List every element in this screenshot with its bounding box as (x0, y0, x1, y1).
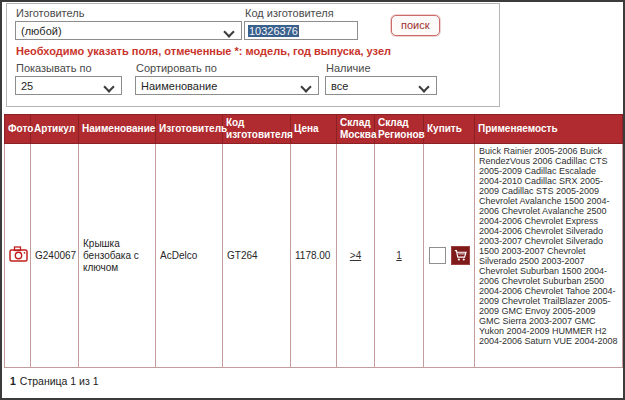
sort-by-label: Сортировать по (136, 62, 319, 74)
applications-cell: Buick Rainier 2005-2006 Buick RendezVous… (475, 144, 623, 368)
sort-by-field-group: Сортировать по Наименование (135, 62, 319, 95)
applications-text: Buick Rainier 2005-2006 Buick RendezVous… (479, 146, 618, 346)
search-filter-panel: Изготовитель (любой) Код изготовителя 10… (6, 3, 500, 107)
per-page-select-value: 25 (21, 80, 33, 92)
camera-icon (9, 246, 28, 262)
manufacturer-label: Изготовитель (16, 7, 242, 19)
manufacturer-code-input[interactable]: 10326376 (244, 21, 358, 40)
photo-thumbnail-link[interactable] (9, 246, 28, 262)
availability-field-group: Наличие все (325, 62, 437, 95)
col-header-stock-regions: Склад Регионов (375, 115, 424, 144)
col-header-name: Наименование (79, 115, 156, 144)
manufacturer-select[interactable]: (любой) (15, 21, 242, 40)
availability-label: Наличие (326, 62, 437, 74)
col-header-photo: Фото (5, 115, 31, 144)
manufacturer-select-value: (любой) (21, 25, 62, 37)
pagination-label: Страница 1 из 1 (20, 375, 99, 387)
pagination: 1Страница 1 из 1 (10, 375, 99, 387)
photo-cell (5, 144, 31, 368)
col-header-stock-moscow: Склад Москва (337, 115, 375, 144)
availability-select[interactable]: все (325, 76, 437, 95)
stock-regions-link[interactable]: 1 (396, 250, 402, 261)
article-cell: G240067 (31, 144, 79, 368)
chevron-down-icon (223, 26, 234, 37)
buy-checkbox[interactable] (429, 247, 446, 264)
per-page-label: Показывать по (16, 62, 122, 74)
col-header-price: Цена (291, 115, 337, 144)
results-table: Фото Артикул Наименование Изготовитель К… (4, 114, 623, 368)
per-page-select[interactable]: 25 (15, 76, 122, 95)
buy-cell (424, 144, 475, 368)
stock-regions-cell: 1 (375, 144, 424, 368)
page-number-link[interactable]: 1 (10, 375, 16, 387)
chevron-down-icon (418, 81, 429, 92)
manufacturer-code-cell: GT264 (223, 144, 291, 368)
sort-by-select-value: Наименование (141, 80, 217, 92)
manufacturer-code-label: Код изготовителя (245, 7, 358, 19)
add-to-cart-button[interactable] (451, 246, 470, 265)
manufacturer-code-field-group: Код изготовителя 10326376 (244, 7, 358, 40)
table-header-row: Фото Артикул Наименование Изготовитель К… (5, 115, 623, 144)
col-header-manufacturer-code: Код изготовителя (223, 115, 291, 144)
col-header-applications: Применяемость (475, 115, 623, 144)
price-cell: 1178.00 (291, 144, 337, 368)
name-cell: Крышка бензобака с ключом (79, 144, 156, 368)
stock-moscow-link[interactable]: >4 (350, 250, 361, 261)
required-fields-warning: Необходимо указать поля, отмеченные *: м… (16, 45, 391, 57)
availability-select-value: все (331, 80, 348, 92)
col-header-article: Артикул (31, 115, 79, 144)
stock-moscow-cell: >4 (337, 144, 375, 368)
manufacturer-cell: AcDelco (156, 144, 223, 368)
chevron-down-icon (300, 81, 311, 92)
cart-icon (454, 249, 467, 262)
manufacturer-field-group: Изготовитель (любой) (15, 7, 242, 40)
per-page-field-group: Показывать по 25 (15, 62, 122, 95)
chevron-down-icon (103, 81, 114, 92)
sort-by-select[interactable]: Наименование (135, 76, 319, 95)
col-header-manufacturer: Изготовитель (156, 115, 223, 144)
col-header-buy: Купить (424, 115, 475, 144)
table-row: G240067 Крышка бензобака с ключом AcDelc… (5, 144, 623, 368)
manufacturer-code-input-value: 10326376 (248, 25, 299, 37)
search-button[interactable]: поиск (391, 15, 440, 36)
